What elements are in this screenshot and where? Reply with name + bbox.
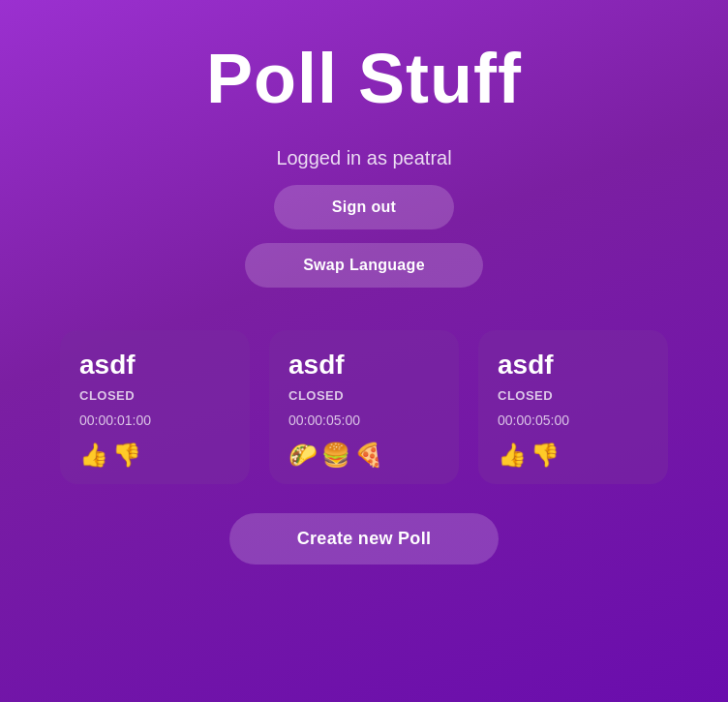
poll-time-0: 00:00:01:00 bbox=[79, 412, 230, 428]
poll-emoji: 👍 bbox=[79, 442, 108, 469]
poll-card-2[interactable]: asdfCLOSED00:00:05:00👍👎 bbox=[478, 330, 668, 484]
poll-emojis-1: 🌮🍔🍕 bbox=[288, 442, 440, 469]
polls-list: asdfCLOSED00:00:01:00👍👎asdfCLOSED00:00:0… bbox=[60, 330, 668, 484]
poll-status-0: CLOSED bbox=[79, 388, 230, 403]
page-title: Poll Stuff bbox=[206, 39, 522, 118]
poll-emoji: 👍 bbox=[498, 442, 527, 469]
poll-emojis-0: 👍👎 bbox=[79, 442, 230, 469]
logged-in-label: Logged in as peatral bbox=[276, 147, 451, 169]
poll-status-2: CLOSED bbox=[498, 388, 649, 403]
poll-title-2: asdf bbox=[498, 350, 649, 381]
poll-emoji: 🌮 bbox=[288, 442, 318, 469]
poll-emojis-2: 👍👎 bbox=[498, 442, 649, 469]
create-new-poll-button[interactable]: Create new Poll bbox=[229, 513, 500, 565]
poll-card-1[interactable]: asdfCLOSED00:00:05:00🌮🍔🍕 bbox=[269, 330, 459, 484]
poll-emoji: 👎 bbox=[112, 442, 141, 469]
poll-title-1: asdf bbox=[288, 350, 440, 381]
poll-emoji: 👎 bbox=[531, 442, 560, 469]
poll-emoji: 🍔 bbox=[321, 442, 350, 469]
poll-card-0[interactable]: asdfCLOSED00:00:01:00👍👎 bbox=[60, 330, 250, 484]
sign-out-button[interactable]: Sign out bbox=[274, 185, 454, 229]
poll-time-1: 00:00:05:00 bbox=[288, 412, 440, 428]
poll-title-0: asdf bbox=[79, 350, 230, 381]
poll-emoji: 🍕 bbox=[354, 442, 383, 469]
poll-status-1: CLOSED bbox=[288, 388, 440, 403]
poll-time-2: 00:00:05:00 bbox=[498, 412, 649, 428]
swap-language-button[interactable]: Swap Language bbox=[245, 243, 483, 288]
